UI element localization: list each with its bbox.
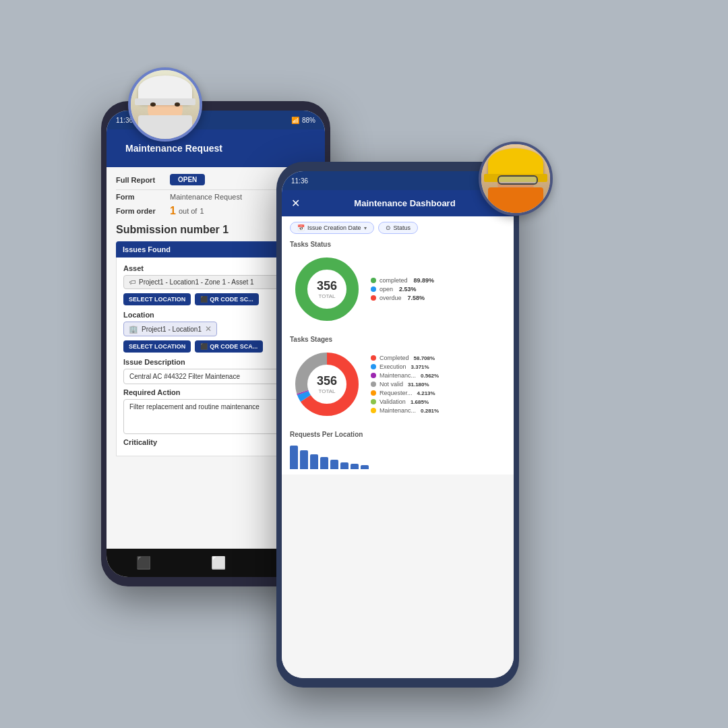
select-location-btn-2[interactable]: SELECT LOCATION: [123, 340, 191, 353]
legend-stage-1: Completed 58.708%: [371, 355, 439, 361]
form-order-label: Form order: [116, 207, 170, 215]
open-button[interactable]: OPEN: [170, 174, 205, 185]
dot-stage-4: [371, 382, 376, 387]
location-chip-remove[interactable]: ✕: [205, 324, 212, 334]
dash-content[interactable]: 📅 Issue Creation Date ▾ ⊙ Status Tasks S…: [282, 216, 514, 678]
bar-2: [300, 450, 308, 469]
avatar-worker-yellow: [479, 142, 553, 216]
full-report-label: Full Report: [116, 176, 170, 184]
bar-1: [290, 446, 298, 469]
legend-item-overdue: overdue 7.58%: [371, 295, 434, 301]
tasks-stages-title: Tasks Stages: [290, 336, 506, 343]
donut-1-area: 356 TOTAL completed 89.89%: [290, 252, 506, 326]
form-value: Maintenance Request: [170, 193, 242, 201]
dot-stage-3: [371, 373, 376, 378]
out-of-text: out of: [179, 207, 198, 215]
donut-1-legend: completed 89.89% open 2.53%: [371, 277, 434, 301]
nav-back-icon[interactable]: ⬛: [136, 555, 151, 570]
requests-per-location-title: Requests Per Location: [290, 431, 506, 438]
dash-header: ✕ Maintenance Dashboard: [282, 190, 514, 216]
body-shirt-white: [138, 115, 192, 139]
donut-1: 356 TOTAL: [290, 252, 364, 326]
bar-3: [310, 454, 318, 469]
body-shirt-orange: [488, 187, 543, 213]
bar-7: [351, 464, 359, 469]
select-location-btn-1[interactable]: SELECT LOCATION: [123, 293, 191, 305]
legend-stage-7: Maintenanc... 0.281%: [371, 407, 439, 414]
filter-date-label: Issue Creation Date: [307, 224, 361, 231]
hard-hat-brim: [135, 98, 195, 105]
status-icons: 📶 88%: [291, 117, 315, 124]
nav-home-icon[interactable]: ⬜: [211, 555, 226, 570]
bar-8: [361, 465, 369, 469]
dot-stage-6: [371, 399, 376, 404]
qr-code-btn-1[interactable]: ⬛ QR CODE SC...: [195, 293, 259, 305]
location-chip-icon: 🏢: [129, 325, 138, 334]
legend-dot-open: [371, 286, 376, 292]
qr-icon-2: ⬛: [200, 343, 208, 350]
qr-code-btn-2[interactable]: ⬛ QR CODE SCA...: [195, 340, 263, 353]
safety-glasses: [497, 175, 538, 185]
legend-stage-4: Not valid 31.180%: [371, 381, 439, 388]
location-chip-text: Project1 - Location1: [142, 326, 202, 333]
filter-status-label: Status: [394, 224, 411, 231]
eye-left: [150, 102, 156, 107]
form-order-number: 1: [170, 205, 176, 217]
legend-dot-overdue: [371, 295, 376, 301]
bar-6: [340, 462, 348, 469]
calendar-icon: 📅: [297, 224, 305, 231]
location-chip: 🏢 Project1 - Location1 ✕: [123, 322, 217, 336]
filter-status-chip[interactable]: ⊙ Status: [378, 222, 419, 234]
legend-stage-3: Maintenanc... 0.562%: [371, 372, 439, 379]
eye-right: [175, 102, 180, 107]
app-title-back: Maintenance Request: [116, 136, 315, 160]
dash-time: 11:36: [291, 177, 308, 185]
donut-2-total: 356: [317, 374, 337, 388]
qr-icon: ⬛: [200, 296, 208, 303]
scene: 11:36 📶 88% Maintenance Request Ful: [61, 61, 667, 667]
filter-date-chip[interactable]: 📅 Issue Creation Date ▾: [290, 222, 374, 234]
bar-4: [320, 457, 328, 469]
chevron-down-icon: ▾: [364, 225, 367, 231]
required-action-value: Filter replacement and routine maintenan…: [129, 403, 260, 411]
dot-stage-1: [371, 355, 376, 361]
dash-title: Maintenance Dashboard: [305, 198, 504, 208]
donut-1-center: 356 TOTAL: [317, 279, 337, 299]
status-icon: ⊙: [386, 224, 391, 231]
legend-stage-2: Execution 3.371%: [371, 363, 439, 370]
donut-2-legend: Completed 58.708% Execution 3.371%: [371, 355, 439, 414]
avatar-worker-white: [128, 67, 202, 142]
mini-bar-chart: [290, 442, 506, 469]
battery-label: 88%: [302, 117, 315, 124]
legend-stage-6: Validation 1.685%: [371, 398, 439, 405]
form-label: Form: [116, 193, 170, 201]
form-order-total: 1: [200, 207, 204, 215]
donut-2: 356 TOTAL: [290, 347, 364, 421]
donut-2-center: 356 TOTAL: [317, 374, 337, 394]
bar-5: [330, 460, 338, 469]
issue-desc-value: Central AC #44322 Filter Maintenace: [129, 373, 240, 380]
donut-2-area: 356 TOTAL Completed 58.708%: [290, 347, 506, 421]
phone-dashboard: 11:36 🔔 📶 ✕ Maintenance Dashboard: [276, 162, 519, 688]
donut-2-label: TOTAL: [317, 388, 337, 394]
donut-1-label: TOTAL: [317, 293, 337, 299]
legend-stage-5: Requester... 4.213%: [371, 390, 439, 396]
legend-dot-completed: [371, 278, 376, 283]
dot-stage-7: [371, 408, 376, 413]
dash-inner-content: 📅 Issue Creation Date ▾ ⊙ Status Tasks S…: [282, 216, 514, 475]
tag-icon: 🏷: [129, 278, 136, 286]
tasks-status-title: Tasks Status: [290, 241, 506, 248]
asset-value: Project1 - Location1 - Zone 1 - Asset 1: [139, 278, 254, 286]
dot-stage-2: [371, 364, 376, 369]
signal-icon: 📶: [291, 117, 299, 124]
dot-stage-5: [371, 390, 376, 396]
legend-item-completed: completed 89.89%: [371, 277, 434, 284]
donut-1-total: 356: [317, 279, 337, 293]
filter-row: 📅 Issue Creation Date ▾ ⊙ Status: [290, 222, 506, 234]
legend-item-open: open 2.53%: [371, 286, 434, 293]
dash-close-btn[interactable]: ✕: [291, 197, 300, 210]
